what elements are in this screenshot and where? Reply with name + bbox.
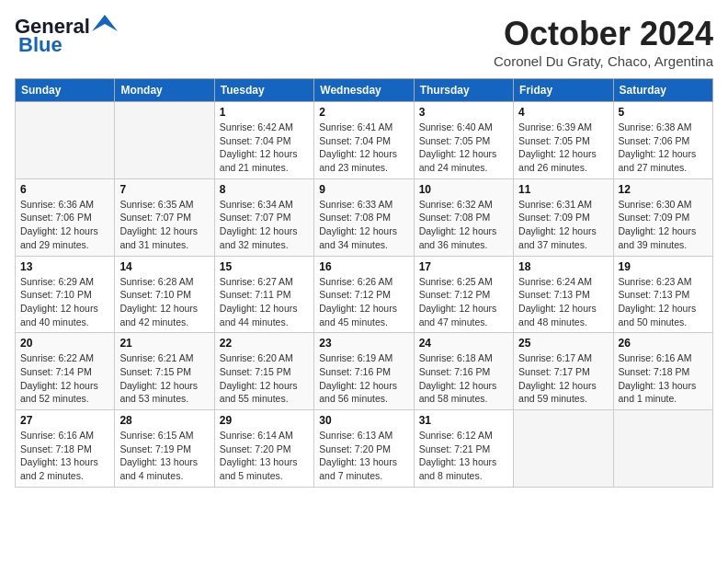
day-info: Sunrise: 6:30 AMSunset: 7:09 PMDaylight:… bbox=[619, 198, 708, 252]
day-number: 29 bbox=[220, 414, 309, 427]
day-number: 9 bbox=[319, 183, 408, 196]
table-row: 31Sunrise: 6:12 AMSunset: 7:21 PMDayligh… bbox=[414, 410, 513, 488]
day-info: Sunrise: 6:31 AMSunset: 7:09 PMDaylight:… bbox=[518, 198, 608, 252]
day-number: 5 bbox=[619, 106, 708, 119]
day-info: Sunrise: 6:41 AMSunset: 7:04 PMDaylight:… bbox=[319, 121, 408, 175]
day-number: 26 bbox=[619, 337, 708, 350]
day-info: Sunrise: 6:19 AMSunset: 7:16 PMDaylight:… bbox=[319, 351, 408, 406]
location: Coronel Du Graty, Chaco, Argentina bbox=[494, 53, 713, 69]
day-number: 12 bbox=[619, 183, 708, 196]
day-info: Sunrise: 6:33 AMSunset: 7:08 PMDaylight:… bbox=[319, 198, 408, 252]
title-block: October 2024 Coronel Du Graty, Chaco, Ar… bbox=[494, 15, 713, 69]
day-info: Sunrise: 6:15 AMSunset: 7:19 PMDaylight:… bbox=[119, 429, 209, 483]
table-row: 13Sunrise: 6:29 AMSunset: 7:10 PMDayligh… bbox=[16, 256, 115, 333]
day-info: Sunrise: 6:20 AMSunset: 7:15 PMDaylight:… bbox=[220, 351, 309, 406]
day-number: 1 bbox=[220, 106, 309, 119]
table-row bbox=[514, 410, 613, 488]
day-number: 17 bbox=[419, 260, 508, 273]
table-row: 22Sunrise: 6:20 AMSunset: 7:15 PMDayligh… bbox=[214, 333, 313, 410]
day-info: Sunrise: 6:21 AMSunset: 7:15 PMDaylight:… bbox=[119, 351, 209, 406]
day-info: Sunrise: 6:35 AMSunset: 7:07 PMDaylight:… bbox=[119, 198, 209, 252]
table-row: 21Sunrise: 6:21 AMSunset: 7:15 PMDayligh… bbox=[115, 333, 214, 410]
table-row: 19Sunrise: 6:23 AMSunset: 7:13 PMDayligh… bbox=[613, 256, 712, 333]
day-info: Sunrise: 6:17 AMSunset: 7:17 PMDaylight:… bbox=[518, 351, 608, 406]
table-row: 16Sunrise: 6:26 AMSunset: 7:12 PMDayligh… bbox=[314, 256, 414, 333]
day-number: 2 bbox=[319, 106, 408, 119]
table-row: 14Sunrise: 6:28 AMSunset: 7:10 PMDayligh… bbox=[115, 256, 214, 333]
table-row: 18Sunrise: 6:24 AMSunset: 7:13 PMDayligh… bbox=[514, 256, 613, 333]
table-row: 29Sunrise: 6:14 AMSunset: 7:20 PMDayligh… bbox=[214, 410, 313, 488]
table-row: 2Sunrise: 6:41 AMSunset: 7:04 PMDaylight… bbox=[314, 102, 414, 179]
day-number: 7 bbox=[119, 183, 209, 196]
calendar-table: SundayMondayTuesdayWednesdayThursdayFrid… bbox=[15, 78, 713, 488]
table-row: 8Sunrise: 6:34 AMSunset: 7:07 PMDaylight… bbox=[214, 178, 313, 256]
day-info: Sunrise: 6:12 AMSunset: 7:21 PMDaylight:… bbox=[419, 429, 508, 483]
table-row: 28Sunrise: 6:15 AMSunset: 7:19 PMDayligh… bbox=[115, 410, 214, 488]
day-header-friday: Friday bbox=[514, 79, 613, 102]
day-number: 10 bbox=[419, 183, 508, 196]
table-row: 4Sunrise: 6:39 AMSunset: 7:05 PMDaylight… bbox=[514, 102, 613, 179]
day-number: 15 bbox=[220, 260, 309, 273]
day-info: Sunrise: 6:36 AMSunset: 7:06 PMDaylight:… bbox=[20, 198, 109, 252]
day-number: 14 bbox=[119, 260, 209, 273]
day-info: Sunrise: 6:29 AMSunset: 7:10 PMDaylight:… bbox=[20, 275, 109, 329]
day-info: Sunrise: 6:13 AMSunset: 7:20 PMDaylight:… bbox=[319, 429, 408, 483]
table-row bbox=[16, 102, 115, 179]
table-row: 11Sunrise: 6:31 AMSunset: 7:09 PMDayligh… bbox=[514, 178, 613, 256]
table-row: 20Sunrise: 6:22 AMSunset: 7:14 PMDayligh… bbox=[16, 333, 115, 410]
day-info: Sunrise: 6:24 AMSunset: 7:13 PMDaylight:… bbox=[518, 275, 608, 329]
logo-blue: Blue bbox=[18, 33, 63, 57]
day-info: Sunrise: 6:14 AMSunset: 7:20 PMDaylight:… bbox=[220, 429, 309, 483]
table-row bbox=[115, 102, 214, 179]
day-number: 11 bbox=[518, 183, 608, 196]
day-info: Sunrise: 6:32 AMSunset: 7:08 PMDaylight:… bbox=[419, 198, 508, 252]
table-row: 9Sunrise: 6:33 AMSunset: 7:08 PMDaylight… bbox=[314, 178, 414, 256]
day-info: Sunrise: 6:16 AMSunset: 7:18 PMDaylight:… bbox=[20, 429, 109, 483]
day-number: 24 bbox=[419, 337, 508, 350]
day-number: 4 bbox=[518, 106, 608, 119]
table-row: 26Sunrise: 6:16 AMSunset: 7:18 PMDayligh… bbox=[613, 333, 712, 410]
day-info: Sunrise: 6:26 AMSunset: 7:12 PMDaylight:… bbox=[319, 275, 408, 329]
table-row: 10Sunrise: 6:32 AMSunset: 7:08 PMDayligh… bbox=[414, 178, 513, 256]
day-info: Sunrise: 6:34 AMSunset: 7:07 PMDaylight:… bbox=[220, 198, 309, 252]
day-info: Sunrise: 6:18 AMSunset: 7:16 PMDaylight:… bbox=[419, 351, 508, 406]
calendar-header-row: SundayMondayTuesdayWednesdayThursdayFrid… bbox=[16, 79, 713, 102]
day-info: Sunrise: 6:42 AMSunset: 7:04 PMDaylight:… bbox=[220, 121, 309, 175]
day-number: 19 bbox=[619, 260, 708, 273]
day-number: 28 bbox=[119, 414, 209, 427]
table-row: 3Sunrise: 6:40 AMSunset: 7:05 PMDaylight… bbox=[414, 102, 513, 179]
day-header-monday: Monday bbox=[115, 79, 214, 102]
day-number: 27 bbox=[20, 414, 109, 427]
day-number: 6 bbox=[20, 183, 109, 196]
day-number: 16 bbox=[319, 260, 408, 273]
table-row: 27Sunrise: 6:16 AMSunset: 7:18 PMDayligh… bbox=[16, 410, 115, 488]
day-number: 31 bbox=[419, 414, 508, 427]
calendar-week-4: 20Sunrise: 6:22 AMSunset: 7:14 PMDayligh… bbox=[16, 333, 713, 410]
table-row bbox=[613, 410, 712, 488]
day-number: 3 bbox=[419, 106, 508, 119]
logo: General Blue bbox=[15, 15, 118, 57]
table-row: 7Sunrise: 6:35 AMSunset: 7:07 PMDaylight… bbox=[115, 178, 214, 256]
day-number: 8 bbox=[220, 183, 309, 196]
table-row: 30Sunrise: 6:13 AMSunset: 7:20 PMDayligh… bbox=[314, 410, 414, 488]
table-row: 12Sunrise: 6:30 AMSunset: 7:09 PMDayligh… bbox=[613, 178, 712, 256]
day-number: 18 bbox=[518, 260, 608, 273]
day-number: 22 bbox=[220, 337, 309, 350]
day-info: Sunrise: 6:25 AMSunset: 7:12 PMDaylight:… bbox=[419, 275, 508, 329]
day-info: Sunrise: 6:38 AMSunset: 7:06 PMDaylight:… bbox=[619, 121, 708, 175]
day-number: 13 bbox=[20, 260, 109, 273]
day-number: 25 bbox=[518, 337, 608, 350]
calendar-week-1: 1Sunrise: 6:42 AMSunset: 7:04 PMDaylight… bbox=[16, 102, 713, 179]
day-header-sunday: Sunday bbox=[16, 79, 115, 102]
day-info: Sunrise: 6:23 AMSunset: 7:13 PMDaylight:… bbox=[619, 275, 708, 329]
table-row: 17Sunrise: 6:25 AMSunset: 7:12 PMDayligh… bbox=[414, 256, 513, 333]
day-number: 21 bbox=[119, 337, 209, 350]
day-info: Sunrise: 6:39 AMSunset: 7:05 PMDaylight:… bbox=[518, 121, 608, 175]
calendar-week-2: 6Sunrise: 6:36 AMSunset: 7:06 PMDaylight… bbox=[16, 178, 713, 256]
svg-marker-0 bbox=[92, 15, 118, 31]
page-header: General Blue October 2024 Coronel Du Gra… bbox=[15, 15, 713, 69]
table-row: 1Sunrise: 6:42 AMSunset: 7:04 PMDaylight… bbox=[214, 102, 313, 179]
day-header-tuesday: Tuesday bbox=[214, 79, 313, 102]
day-info: Sunrise: 6:40 AMSunset: 7:05 PMDaylight:… bbox=[419, 121, 508, 175]
table-row: 15Sunrise: 6:27 AMSunset: 7:11 PMDayligh… bbox=[214, 256, 313, 333]
